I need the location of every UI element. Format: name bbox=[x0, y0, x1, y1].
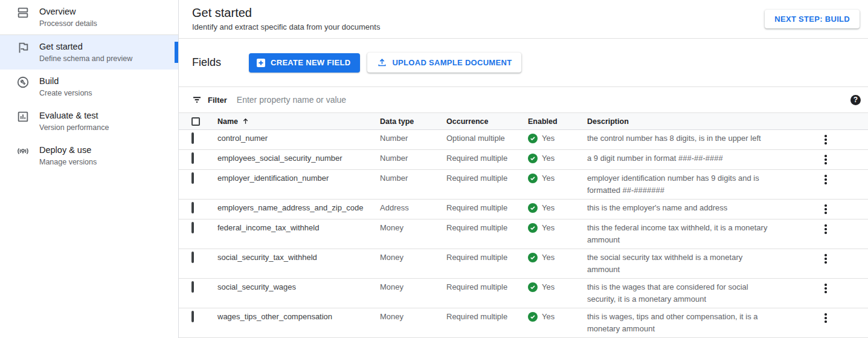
field-data-type: Number bbox=[380, 152, 446, 164]
row-menu-icon[interactable] bbox=[818, 172, 833, 187]
page-title: Get started bbox=[192, 5, 380, 20]
field-occurrence: Optional multiple bbox=[446, 132, 528, 145]
field-description: the social security tax withheld is a mo… bbox=[587, 252, 784, 276]
field-occurrence: Required multiple bbox=[446, 172, 528, 184]
row-menu-icon[interactable] bbox=[818, 311, 833, 325]
field-occurrence: Required multiple bbox=[446, 252, 528, 264]
select-all-checkbox[interactable] bbox=[191, 117, 200, 126]
field-enabled: Yes bbox=[528, 202, 587, 214]
field-description: this the federal income tax withheld, it… bbox=[587, 222, 784, 246]
filter-label: Filter bbox=[208, 96, 227, 105]
row-checkbox[interactable] bbox=[191, 222, 194, 233]
sidebar-item-label: Evaluate & test bbox=[39, 111, 98, 120]
build-icon bbox=[16, 76, 30, 89]
table-row: social_security_wages Money Required mul… bbox=[179, 279, 868, 308]
overview-icon bbox=[16, 6, 30, 19]
sidebar: Overview Processor details Get started D… bbox=[0, 0, 179, 338]
analytics-icon bbox=[16, 110, 30, 123]
field-name: control_numer bbox=[217, 132, 380, 145]
sidebar-item-label: Deploy & use bbox=[39, 145, 91, 155]
field-enabled: Yes bbox=[528, 222, 587, 234]
row-menu-icon[interactable] bbox=[818, 252, 833, 266]
enabled-check-icon bbox=[528, 174, 538, 183]
filter-input[interactable] bbox=[237, 95, 844, 105]
row-menu-icon[interactable] bbox=[818, 281, 833, 296]
table-row: wages_tips_other_compensation Money Requ… bbox=[179, 308, 868, 338]
page-header: Get started Identify and extract specifi… bbox=[179, 0, 868, 39]
field-data-type: Money bbox=[380, 311, 446, 323]
row-checkbox[interactable] bbox=[191, 252, 194, 263]
field-description: this is wages, tips and other compensati… bbox=[587, 311, 784, 335]
sidebar-item-sublabel: Define schema and preview bbox=[39, 53, 132, 64]
field-enabled: Yes bbox=[528, 132, 587, 145]
field-enabled: Yes bbox=[528, 172, 587, 184]
enabled-check-icon bbox=[528, 134, 538, 143]
field-name: employer_identification_number bbox=[217, 172, 380, 184]
field-description: employer identification number has 9 dig… bbox=[587, 172, 784, 197]
sidebar-item-deploy-use[interactable]: Deploy & use Manage versions bbox=[0, 138, 178, 173]
table-row: control_numer Number Optional multiple Y… bbox=[179, 130, 868, 150]
field-occurrence: Required multiple bbox=[446, 222, 528, 234]
field-name: employees_social_security_number bbox=[217, 152, 380, 164]
field-data-type: Money bbox=[380, 252, 446, 264]
upload-sample-document-button[interactable]: UPLOAD SAMPLE DOCUMENT bbox=[367, 53, 521, 73]
column-header-data-type: Data type bbox=[380, 117, 446, 126]
field-occurrence: Required multiple bbox=[446, 152, 528, 164]
help-icon[interactable]: ? bbox=[850, 95, 861, 105]
row-checkbox[interactable] bbox=[191, 172, 194, 184]
sidebar-item-sublabel: Create versions bbox=[39, 88, 92, 99]
fields-toolbar: Fields CREATE NEW FIELD UPLOAD SAMPLE bbox=[179, 39, 868, 88]
field-enabled: Yes bbox=[528, 311, 587, 323]
sidebar-item-build[interactable]: Build Create versions bbox=[0, 70, 178, 104]
table-row: employers_name_address_and_zip_code Addr… bbox=[179, 200, 868, 219]
field-enabled: Yes bbox=[528, 252, 587, 264]
next-step-build-button[interactable]: NEXT STEP: BUILD bbox=[765, 10, 860, 28]
sidebar-item-label: Get started bbox=[39, 42, 83, 51]
row-menu-icon[interactable] bbox=[818, 132, 833, 147]
enabled-check-icon bbox=[528, 253, 538, 262]
enabled-check-icon bbox=[528, 203, 538, 213]
sidebar-item-get-started[interactable]: Get started Define schema and preview bbox=[0, 35, 178, 70]
app-window: Overview Processor details Get started D… bbox=[0, 0, 868, 338]
add-box-icon bbox=[256, 58, 266, 68]
field-name: federal_income_tax_withheld bbox=[217, 222, 380, 234]
table-row: social_security_tax_withheld Money Requi… bbox=[179, 249, 868, 279]
field-description: this is the wages that are considered fo… bbox=[587, 281, 784, 305]
field-enabled: Yes bbox=[528, 152, 587, 164]
upload-icon bbox=[377, 57, 387, 68]
column-header-occurrence: Occurrence bbox=[446, 117, 528, 126]
fields-table-body: control_numer Number Optional multiple Y… bbox=[179, 130, 868, 338]
table-header-row: Name Data type Occurrence Enabled Descri… bbox=[179, 113, 868, 130]
column-header-enabled: Enabled bbox=[528, 117, 587, 126]
sidebar-item-label: Overview bbox=[39, 7, 76, 16]
field-data-type: Number bbox=[380, 172, 446, 184]
row-checkbox[interactable] bbox=[191, 132, 194, 144]
row-menu-icon[interactable] bbox=[818, 202, 833, 216]
filter-icon bbox=[191, 94, 202, 105]
column-header-name: Name bbox=[217, 117, 380, 126]
page-subtitle: Identify and extract specific data from … bbox=[192, 22, 380, 33]
row-checkbox[interactable] bbox=[191, 202, 194, 213]
sidebar-item-sublabel: Processor details bbox=[39, 18, 97, 29]
enabled-check-icon bbox=[528, 312, 538, 322]
filter-bar: Filter ? bbox=[179, 87, 868, 113]
sidebar-item-overview[interactable]: Overview Processor details bbox=[0, 0, 178, 34]
row-menu-icon[interactable] bbox=[818, 152, 833, 167]
row-menu-icon[interactable] bbox=[818, 222, 833, 236]
sidebar-item-label: Build bbox=[39, 76, 59, 86]
sort-ascending-icon[interactable] bbox=[242, 117, 249, 125]
sidebar-item-evaluate-test[interactable]: Evaluate & test Version performance bbox=[0, 104, 178, 138]
field-name: wages_tips_other_compensation bbox=[217, 311, 380, 323]
field-data-type: Money bbox=[380, 222, 446, 234]
field-description: the control number has 8 digits, is in t… bbox=[587, 132, 784, 145]
field-description: this is the employer's name and address bbox=[587, 202, 784, 214]
row-checkbox[interactable] bbox=[191, 152, 194, 164]
column-header-description: Description bbox=[587, 117, 784, 126]
row-checkbox[interactable] bbox=[191, 281, 194, 293]
create-new-field-button[interactable]: CREATE NEW FIELD bbox=[249, 53, 360, 73]
field-name: social_security_wages bbox=[217, 281, 380, 293]
field-occurrence: Required multiple bbox=[446, 202, 528, 214]
field-occurrence: Required multiple bbox=[446, 281, 528, 293]
fields-section-title: Fields bbox=[192, 56, 221, 69]
row-checkbox[interactable] bbox=[191, 311, 194, 322]
